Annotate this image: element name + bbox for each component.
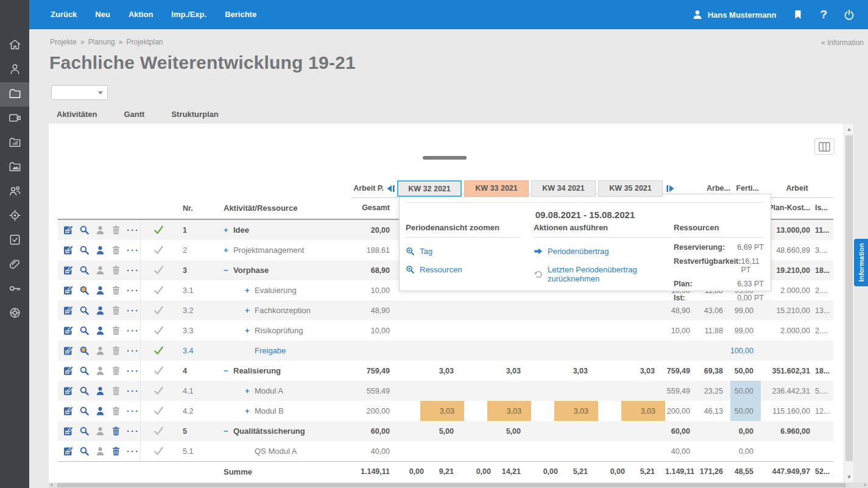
delete-icon[interactable] bbox=[111, 245, 121, 255]
project-version-select[interactable] bbox=[51, 85, 108, 100]
more-actions-icon[interactable]: ··· bbox=[127, 448, 139, 454]
breadcrumb-item[interactable]: Projektplan bbox=[126, 38, 163, 46]
more-actions-icon[interactable]: ··· bbox=[127, 328, 139, 334]
menu-item-berichte[interactable]: Berichte bbox=[216, 0, 266, 29]
sidebar-item-card-reader[interactable] bbox=[0, 107, 29, 131]
assign-user-icon[interactable] bbox=[95, 406, 105, 416]
edit-icon[interactable] bbox=[63, 345, 74, 356]
help-icon[interactable]: ? bbox=[820, 9, 827, 20]
tab-gantt[interactable]: Gantt bbox=[116, 105, 152, 125]
assign-user-icon[interactable] bbox=[95, 285, 105, 295]
delete-icon[interactable] bbox=[111, 265, 121, 275]
column-settings-button[interactable] bbox=[814, 138, 834, 155]
popup-link-letzten-perioden-bertrag-zur-cknehmen[interactable]: Letzten Periodenübertrag zurücknehmen bbox=[534, 265, 672, 283]
kw-column-tab-3[interactable]: KW 34 2021 bbox=[531, 180, 596, 197]
scroll-up-icon[interactable]: ▲ bbox=[844, 126, 854, 132]
search-icon[interactable] bbox=[79, 446, 90, 456]
expander-icon[interactable]: + bbox=[245, 326, 251, 335]
sidebar-item-media-folder[interactable] bbox=[0, 155, 29, 180]
search-icon[interactable] bbox=[79, 325, 90, 336]
expander-icon[interactable]: + bbox=[245, 386, 251, 395]
sidebar-item-user[interactable] bbox=[0, 58, 29, 82]
sidebar-item-key[interactable] bbox=[0, 277, 29, 302]
edit-icon[interactable] bbox=[63, 305, 74, 316]
sidebar-item-task-board[interactable] bbox=[0, 228, 29, 253]
more-actions-icon[interactable]: ··· bbox=[127, 247, 139, 253]
edit-icon[interactable] bbox=[63, 245, 74, 255]
menu-item-impexp[interactable]: Imp./Exp. bbox=[162, 0, 216, 29]
edit-icon[interactable] bbox=[63, 265, 74, 275]
information-side-tab[interactable]: Information bbox=[854, 239, 868, 286]
tab-aktivitäten[interactable]: Aktivitäten bbox=[49, 105, 105, 125]
assign-user-icon[interactable] bbox=[95, 426, 105, 436]
expander-icon[interactable]: − bbox=[224, 266, 230, 275]
delete-icon[interactable] bbox=[111, 305, 121, 316]
popup-link-ressourcen[interactable]: Ressourcen bbox=[406, 265, 520, 274]
sidebar-item-support-ring[interactable] bbox=[0, 302, 29, 326]
assign-user-icon[interactable] bbox=[95, 245, 105, 255]
kw-column-tab-4[interactable]: KW 35 2021 bbox=[598, 180, 663, 197]
scroll-right-icon[interactable]: › bbox=[864, 481, 866, 488]
popup-link-perioden-bertrag[interactable]: Periodenübertrag bbox=[534, 247, 672, 256]
expander-icon[interactable]: − bbox=[224, 426, 230, 436]
expander-icon[interactable]: + bbox=[224, 225, 230, 235]
delete-icon[interactable] bbox=[111, 285, 121, 295]
kw-column-tab-2[interactable]: KW 33 2021 bbox=[464, 180, 529, 197]
delete-icon[interactable] bbox=[111, 446, 121, 456]
delete-icon[interactable] bbox=[111, 225, 121, 235]
breadcrumb-item[interactable]: Planung bbox=[88, 38, 115, 46]
delete-icon[interactable] bbox=[111, 366, 121, 376]
expander-icon[interactable]: + bbox=[224, 246, 230, 255]
bookmark-icon[interactable] bbox=[792, 9, 803, 20]
menu-item-zurck[interactable]: Zurück bbox=[41, 0, 86, 29]
period-scroll-left-icon[interactable] bbox=[386, 184, 396, 193]
sidebar-item-team[interactable] bbox=[0, 180, 29, 204]
search-icon[interactable] bbox=[79, 265, 90, 275]
more-actions-icon[interactable]: ··· bbox=[127, 428, 139, 434]
assign-user-icon[interactable] bbox=[95, 305, 105, 316]
vertical-scroll-thumb[interactable] bbox=[845, 135, 853, 461]
search-icon[interactable] bbox=[79, 426, 90, 436]
delete-icon[interactable] bbox=[111, 406, 121, 416]
breadcrumb-item[interactable]: Projekte bbox=[50, 38, 77, 46]
more-actions-icon[interactable]: ··· bbox=[127, 227, 139, 233]
edit-icon[interactable] bbox=[63, 366, 74, 376]
menu-item-aktion[interactable]: Aktion bbox=[119, 0, 162, 29]
tab-strukturplan[interactable]: Strukturplan bbox=[163, 105, 226, 125]
expander-icon[interactable]: + bbox=[245, 286, 251, 295]
more-actions-icon[interactable]: ··· bbox=[127, 388, 139, 394]
edit-icon[interactable] bbox=[63, 446, 74, 456]
delete-icon[interactable] bbox=[111, 345, 121, 356]
delete-icon[interactable] bbox=[111, 386, 121, 396]
horizontal-scrollbar[interactable]: ‹ › bbox=[49, 483, 868, 488]
search-icon[interactable] bbox=[79, 225, 90, 235]
power-icon[interactable] bbox=[844, 9, 855, 20]
information-link[interactable]: « Information bbox=[821, 38, 864, 47]
edit-icon[interactable] bbox=[63, 406, 74, 416]
assign-user-icon[interactable] bbox=[95, 366, 105, 376]
splitter-handle[interactable] bbox=[423, 156, 467, 160]
search-icon[interactable] bbox=[79, 285, 90, 295]
period-scroll-right-icon[interactable] bbox=[665, 184, 677, 193]
expander-icon[interactable]: − bbox=[224, 366, 230, 375]
delete-icon[interactable] bbox=[111, 426, 121, 436]
popup-link-tag[interactable]: Tag bbox=[406, 247, 520, 256]
more-actions-icon[interactable]: ··· bbox=[127, 408, 139, 414]
expander-icon[interactable]: + bbox=[245, 406, 251, 416]
assign-user-icon[interactable] bbox=[95, 345, 105, 356]
sidebar-item-target[interactable] bbox=[0, 204, 29, 228]
more-actions-icon[interactable]: ··· bbox=[127, 348, 139, 354]
search-icon[interactable] bbox=[79, 345, 90, 356]
edit-icon[interactable] bbox=[63, 225, 74, 235]
search-icon[interactable] bbox=[79, 245, 90, 255]
menu-item-neu[interactable]: Neu bbox=[86, 0, 119, 29]
more-actions-icon[interactable]: ··· bbox=[127, 267, 139, 274]
kw-column-tab-1[interactable]: KW 32 2021 bbox=[397, 180, 462, 197]
delete-icon[interactable] bbox=[111, 325, 121, 336]
sidebar-item-projects-folder[interactable] bbox=[0, 82, 29, 107]
scroll-down-icon[interactable]: ▼ bbox=[844, 474, 854, 480]
assign-user-icon[interactable] bbox=[95, 386, 105, 396]
more-actions-icon[interactable]: ··· bbox=[127, 288, 139, 294]
assign-user-icon[interactable] bbox=[95, 446, 105, 456]
expander-icon[interactable]: + bbox=[245, 306, 251, 315]
